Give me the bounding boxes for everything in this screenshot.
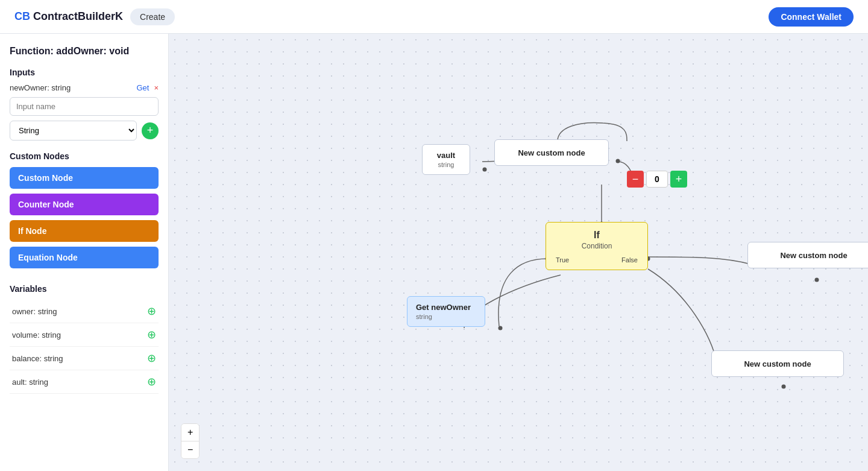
vault-node[interactable]: vault string: [422, 144, 470, 175]
zoom-out-button[interactable]: −: [181, 441, 199, 458]
new-custom-node-top-label: New custom node: [518, 148, 585, 157]
if-node-footer: True False: [556, 256, 638, 264]
counter-widget: − 0 +: [627, 171, 687, 188]
if-node-true-label: True: [556, 256, 569, 264]
zoom-in-button[interactable]: +: [181, 424, 199, 441]
remove-input-button[interactable]: ×: [154, 83, 159, 92]
svg-point-1: [782, 385, 786, 389]
variable-balance: balance: string ⊕: [10, 347, 159, 370]
svg-point-2: [483, 168, 487, 172]
inputs-section-title: Inputs: [10, 68, 159, 77]
canvas[interactable]: vault string New custom node − 0 + If Co…: [169, 34, 868, 471]
add-input-button[interactable]: +: [142, 122, 159, 139]
logo-name: ContractBuilderK: [33, 10, 123, 22]
if-node-condition: Condition: [556, 242, 638, 250]
type-select[interactable]: String Number Boolean Address: [10, 121, 137, 141]
logo: CB ContractBuilderK: [14, 10, 123, 23]
counter-minus-button[interactable]: −: [627, 171, 644, 188]
input-item-row: newOwner: string Get ×: [10, 83, 159, 92]
input-item-label: newOwner: string: [10, 83, 71, 92]
add-variable-owner-button[interactable]: ⊕: [147, 305, 156, 318]
sidebar: Function: addOwner: void Inputs newOwner…: [0, 34, 169, 471]
vault-node-title: vault: [431, 151, 461, 160]
if-node-button[interactable]: If Node: [10, 220, 159, 242]
header-left: CB ContractBuilderK Create: [14, 8, 175, 25]
new-custom-node-right-label: New custom node: [780, 251, 847, 260]
svg-point-0: [815, 278, 819, 282]
connect-wallet-button[interactable]: Connect Wallet: [769, 7, 854, 27]
counter-node-button[interactable]: Counter Node: [10, 194, 159, 215]
variable-volume: volume: string ⊕: [10, 323, 159, 347]
variables-title: Variables: [10, 284, 159, 294]
type-row: String Number Boolean Address +: [10, 121, 159, 141]
if-node[interactable]: If Condition True False: [546, 222, 648, 270]
variable-volume-label: volume: string: [12, 330, 61, 340]
new-custom-node-bottom-label: New custom node: [744, 359, 811, 368]
get-link[interactable]: Get: [136, 83, 149, 92]
new-custom-node-bottom[interactable]: New custom node: [711, 350, 844, 377]
if-node-false-label: False: [621, 256, 638, 264]
get-owner-node[interactable]: Get newOwner string: [407, 296, 485, 327]
variable-vault: ault: string ⊕: [10, 370, 159, 394]
header: CB ContractBuilderK Create Connect Walle…: [0, 0, 868, 34]
if-node-title: If: [556, 230, 638, 241]
new-custom-node-right[interactable]: New custom node: [747, 242, 868, 268]
vault-node-subtitle: string: [431, 161, 461, 168]
function-title: Function: addOwner: void: [10, 46, 159, 57]
equation-node-button[interactable]: Equation Node: [10, 247, 159, 268]
create-button[interactable]: Create: [130, 8, 175, 25]
custom-nodes-title: Custom Nodes: [10, 151, 159, 161]
new-custom-node-top[interactable]: New custom node: [494, 139, 609, 166]
variable-vault-label: ault: string: [12, 378, 48, 387]
counter-value: 0: [646, 171, 668, 188]
variable-owner-label: owner: string: [12, 307, 57, 316]
add-variable-balance-button[interactable]: ⊕: [147, 352, 156, 365]
variable-owner: owner: string ⊕: [10, 300, 159, 323]
zoom-controls: + −: [181, 423, 200, 459]
counter-plus-button[interactable]: +: [670, 171, 687, 188]
get-owner-subtitle: string: [416, 313, 476, 320]
svg-point-8: [498, 326, 503, 330]
main-layout: Function: addOwner: void Inputs newOwner…: [0, 34, 868, 471]
add-variable-vault-button[interactable]: ⊕: [147, 375, 156, 388]
custom-node-button[interactable]: Custom Node: [10, 167, 159, 189]
get-owner-title: Get newOwner: [416, 303, 476, 312]
logo-cb: CB: [14, 10, 30, 22]
add-variable-volume-button[interactable]: ⊕: [147, 328, 156, 341]
input-name-field[interactable]: [10, 97, 159, 116]
variable-balance-label: balance: string: [12, 354, 63, 363]
svg-point-4: [616, 159, 620, 163]
